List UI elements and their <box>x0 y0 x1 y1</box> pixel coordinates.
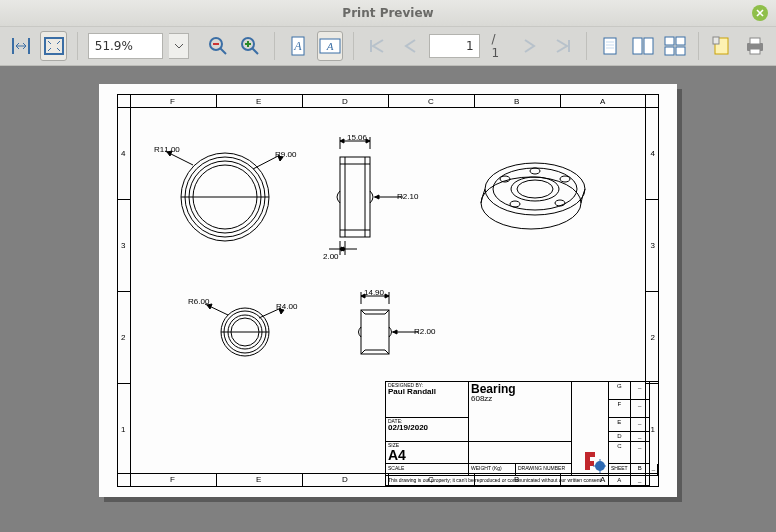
svg-text:A: A <box>326 40 334 52</box>
svg-rect-18 <box>633 38 642 54</box>
svg-rect-21 <box>676 37 685 45</box>
dim-label: R9.00 <box>275 150 296 159</box>
dim-label: R2.00 <box>414 327 435 336</box>
rev-cell: _ <box>630 442 649 464</box>
rev-cell: _ <box>630 476 649 486</box>
designed-by-value: Paul Randall <box>388 388 466 396</box>
svg-rect-14 <box>604 38 616 54</box>
preview-viewport[interactable]: F E D C B A F E D C B A 4 3 2 1 4 3 2 1 <box>0 66 776 532</box>
scale-label: SCALE <box>388 465 404 471</box>
dim-label: 14.90 <box>364 288 384 297</box>
page-setup-button[interactable] <box>709 31 735 61</box>
svg-point-52 <box>560 176 570 182</box>
svg-point-54 <box>555 200 565 206</box>
zone-label: 3 <box>121 241 125 250</box>
svg-rect-23 <box>676 47 685 55</box>
rev-cell: G <box>608 382 630 400</box>
zone-label: F <box>170 97 175 106</box>
svg-rect-28 <box>750 49 760 54</box>
fit-page-button[interactable] <box>40 31 66 61</box>
zone-label: 4 <box>121 149 125 158</box>
page-total-label: / 1 <box>486 32 512 60</box>
rev-cell: _ <box>649 464 657 476</box>
svg-line-5 <box>220 48 226 54</box>
rev-cell: E <box>608 418 630 432</box>
svg-rect-19 <box>644 38 653 54</box>
zoom-in-button[interactable] <box>237 31 263 61</box>
part-name: Bearing <box>471 383 569 395</box>
svg-point-55 <box>530 168 540 174</box>
separator <box>274 32 275 60</box>
zoom-dropdown[interactable] <box>169 33 189 59</box>
window-title: Print Preview <box>342 6 433 20</box>
separator <box>77 32 78 60</box>
svg-point-46 <box>485 163 585 215</box>
svg-point-49 <box>517 180 553 198</box>
dim-label: R6.00 <box>188 297 209 306</box>
toolbar: 51.9% A A 1 / 1 <box>0 27 776 66</box>
rev-cell: D <box>608 432 630 442</box>
rev-cell: B <box>630 464 649 476</box>
orientation-landscape-button[interactable]: A <box>317 31 343 61</box>
svg-rect-22 <box>665 47 674 55</box>
svg-line-9 <box>252 48 258 54</box>
zone-label: 2 <box>651 333 655 342</box>
first-page-button <box>364 31 390 61</box>
fit-width-button[interactable] <box>8 31 34 61</box>
weight-label: WEIGHT (Kg) <box>471 465 502 471</box>
zone-label: F <box>170 475 175 484</box>
svg-point-48 <box>511 177 559 201</box>
zoom-out-button[interactable] <box>205 31 231 61</box>
disclaimer: This drawing is our property; it can't b… <box>388 477 602 483</box>
svg-rect-0 <box>12 38 14 54</box>
zone-label: A <box>600 97 605 106</box>
part-number: 608zz <box>471 395 569 403</box>
close-button[interactable] <box>752 5 768 21</box>
rev-cell: _ <box>630 432 649 442</box>
size-value: A4 <box>388 448 466 462</box>
next-page-button <box>517 31 543 61</box>
zone-label: E <box>256 475 261 484</box>
drawno-label: DRAWING NUMBER <box>518 465 565 471</box>
separator <box>698 32 699 60</box>
rev-cell: F <box>608 400 630 418</box>
dim-label: R4.00 <box>276 302 297 311</box>
dim-label: R11.00 <box>154 145 180 154</box>
zone-label: E <box>256 97 261 106</box>
date-value: 02/19/2020 <box>388 424 466 432</box>
separator <box>353 32 354 60</box>
overview-pages-view-button[interactable] <box>662 31 688 61</box>
zone-label: D <box>342 475 348 484</box>
zone-label: 2 <box>121 333 125 342</box>
svg-rect-1 <box>28 38 30 54</box>
svg-rect-25 <box>713 37 719 44</box>
svg-rect-27 <box>750 38 760 44</box>
zone-label: B <box>514 97 519 106</box>
page-current-input[interactable]: 1 <box>429 34 479 58</box>
facing-pages-view-button[interactable] <box>629 31 655 61</box>
svg-text:A: A <box>293 39 302 53</box>
zoom-value-text: 51.9% <box>95 39 133 53</box>
rev-cell: _ <box>630 382 649 400</box>
drawing-frame: F E D C B A F E D C B A 4 3 2 1 4 3 2 1 <box>117 94 659 487</box>
svg-point-53 <box>510 201 520 207</box>
separator <box>586 32 587 60</box>
svg-rect-2 <box>45 38 63 54</box>
zone-label: 4 <box>651 149 655 158</box>
dim-label: R2.10 <box>397 192 418 201</box>
orientation-portrait-button[interactable]: A <box>284 31 310 61</box>
zone-label: C <box>428 97 434 106</box>
single-page-view-button[interactable] <box>597 31 623 61</box>
prev-page-button <box>397 31 423 61</box>
dim-label: 2.00 <box>323 252 339 261</box>
zone-label: 3 <box>651 241 655 250</box>
rev-cell: A <box>608 476 630 486</box>
freecad-logo-icon <box>582 449 606 473</box>
title-block: DESIGNED BY: Paul Randall Bearing 608zz <box>385 381 658 487</box>
print-button[interactable] <box>742 31 768 61</box>
svg-rect-61 <box>361 310 389 354</box>
zone-label: 1 <box>121 425 125 434</box>
titlebar: Print Preview <box>0 0 776 27</box>
last-page-button <box>550 31 576 61</box>
zoom-value-input[interactable]: 51.9% <box>88 33 163 59</box>
